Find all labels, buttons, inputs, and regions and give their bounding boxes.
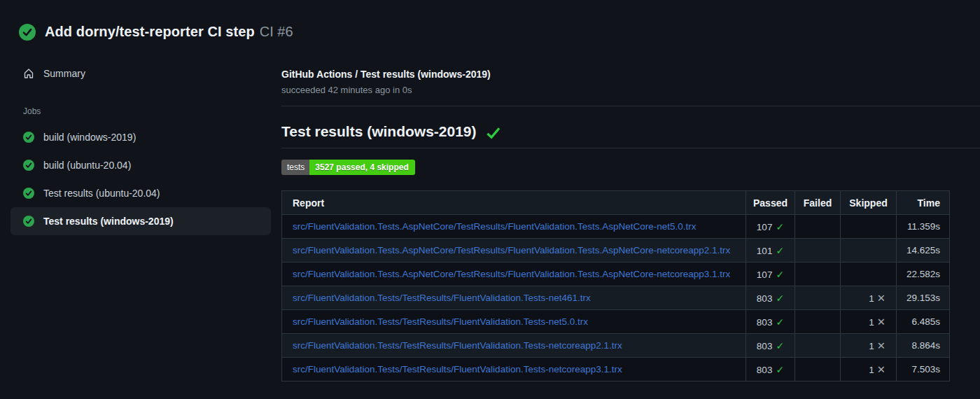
check-circle-icon bbox=[23, 188, 34, 199]
report-link[interactable]: src/FluentValidation.Tests/TestResults/F… bbox=[293, 364, 622, 374]
run-header: Add dorny/test-reporter CI stepCI #6 bbox=[0, 0, 980, 46]
check-run-status: succeeded 42 minutes ago in 0s bbox=[281, 85, 980, 95]
column-header-report: Report bbox=[282, 191, 746, 215]
sidebar-item-label: Test results (ubuntu-20.04) bbox=[43, 188, 160, 199]
main-panel: GitHub Actions / Test results (windows-2… bbox=[281, 46, 980, 382]
skipped-cell: 1✕ bbox=[841, 286, 897, 310]
badge-message: 3527 passed, 4 skipped bbox=[309, 160, 414, 175]
sidebar-jobs-list: build (windows-2019)build (ubuntu-20.04)… bbox=[0, 123, 281, 235]
home-icon bbox=[23, 68, 34, 79]
check-icon: ✓ bbox=[776, 316, 784, 328]
sidebar-item-summary[interactable]: Summary bbox=[10, 59, 271, 88]
check-icon bbox=[485, 126, 501, 139]
failed-cell bbox=[795, 239, 841, 262]
failed-cell bbox=[795, 262, 841, 286]
report-link[interactable]: src/FluentValidation.Tests.AspNetCore/Te… bbox=[293, 245, 730, 255]
check-circle-icon bbox=[23, 132, 34, 143]
check-icon: ✓ bbox=[776, 293, 784, 304]
report-cell: src/FluentValidation.Tests/TestResults/F… bbox=[282, 334, 746, 358]
report-cell: src/FluentValidation.Tests/TestResults/F… bbox=[282, 358, 746, 382]
skipped-cell bbox=[841, 262, 897, 286]
table-row: src/FluentValidation.Tests.AspNetCore/Te… bbox=[282, 262, 950, 286]
skipped-cell bbox=[841, 215, 897, 239]
passed-count: 803 bbox=[757, 317, 773, 328]
check-run-title: GitHub Actions / Test results (windows-2… bbox=[281, 69, 980, 80]
report-link[interactable]: src/FluentValidation.Tests/TestResults/F… bbox=[293, 316, 588, 327]
sidebar-item-job[interactable]: Test results (ubuntu-20.04) bbox=[10, 179, 271, 207]
sidebar-item-job[interactable]: Test results (windows-2019) bbox=[10, 207, 271, 235]
section-header: Test results (windows-2019) bbox=[281, 123, 980, 148]
check-icon: ✓ bbox=[776, 221, 784, 232]
skipped-cell: 1✕ bbox=[841, 310, 897, 334]
time-cell: 14.625s bbox=[897, 239, 950, 262]
check-circle-icon bbox=[23, 160, 34, 171]
failed-cell bbox=[795, 310, 841, 334]
section-title: Test results (windows-2019) bbox=[281, 123, 477, 140]
time-cell: 7.503s bbox=[897, 358, 950, 382]
passed-count: 803 bbox=[757, 293, 773, 304]
check-circle-icon bbox=[19, 24, 36, 41]
passed-count: 803 bbox=[757, 365, 773, 375]
skipped-count: 1 bbox=[869, 365, 874, 375]
passed-cell: 107✓ bbox=[746, 215, 795, 239]
check-run-header: GitHub Actions / Test results (windows-2… bbox=[281, 69, 980, 95]
sidebar-item-label: Summary bbox=[43, 68, 85, 79]
badge-label: tests bbox=[281, 160, 309, 175]
check-icon: ✓ bbox=[776, 245, 784, 256]
passed-cell: 107✓ bbox=[746, 262, 795, 286]
test-results-table: Report Passed Failed Skipped Time src/Fl… bbox=[281, 190, 950, 382]
failed-cell bbox=[795, 334, 841, 358]
column-header-passed: Passed bbox=[746, 191, 795, 215]
failed-cell bbox=[795, 286, 841, 310]
report-link[interactable]: src/FluentValidation.Tests/TestResults/F… bbox=[293, 293, 591, 303]
time-cell: 11.359s bbox=[897, 215, 950, 239]
table-row: src/FluentValidation.Tests/TestResults/F… bbox=[282, 310, 950, 334]
sidebar: Summary Jobs build (windows-2019)build (… bbox=[0, 46, 281, 235]
skipped-cell bbox=[841, 239, 897, 262]
jobs-heading: Jobs bbox=[23, 106, 281, 116]
cross-icon: ✕ bbox=[877, 364, 886, 375]
table-row: src/FluentValidation.Tests/TestResults/F… bbox=[282, 286, 950, 310]
passed-count: 803 bbox=[757, 341, 773, 351]
failed-cell bbox=[795, 358, 841, 382]
time-cell: 22.582s bbox=[897, 262, 950, 286]
check-icon: ✓ bbox=[776, 364, 784, 375]
report-link[interactable]: src/FluentValidation.Tests.AspNetCore/Te… bbox=[293, 269, 730, 279]
cross-icon: ✕ bbox=[877, 340, 886, 351]
failed-cell bbox=[795, 215, 841, 239]
sidebar-item-label: build (windows-2019) bbox=[43, 132, 136, 143]
skipped-count: 1 bbox=[869, 317, 874, 328]
report-cell: src/FluentValidation.Tests/TestResults/F… bbox=[282, 310, 746, 334]
divider bbox=[281, 106, 980, 106]
skipped-count: 1 bbox=[869, 341, 874, 351]
check-circle-icon bbox=[23, 216, 34, 227]
sidebar-item-job[interactable]: build (ubuntu-20.04) bbox=[10, 151, 271, 179]
skipped-count: 1 bbox=[869, 293, 874, 304]
passed-count: 107 bbox=[757, 222, 773, 232]
sidebar-item-job[interactable]: build (windows-2019) bbox=[10, 123, 271, 151]
passed-cell: 101✓ bbox=[746, 239, 795, 262]
table-row: src/FluentValidation.Tests/TestResults/F… bbox=[282, 334, 950, 358]
report-cell: src/FluentValidation.Tests.AspNetCore/Te… bbox=[282, 215, 746, 239]
passed-cell: 803✓ bbox=[746, 334, 795, 358]
table-row: src/FluentValidation.Tests.AspNetCore/Te… bbox=[282, 239, 950, 262]
table-row: src/FluentValidation.Tests/TestResults/F… bbox=[282, 358, 950, 382]
tests-status-badge: tests 3527 passed, 4 skipped bbox=[281, 160, 415, 175]
time-cell: 6.485s bbox=[897, 310, 950, 334]
report-link[interactable]: src/FluentValidation.Tests/TestResults/F… bbox=[293, 340, 622, 351]
run-number: CI #6 bbox=[260, 24, 293, 39]
skipped-cell: 1✕ bbox=[841, 334, 897, 358]
run-title: Add dorny/test-reporter CI step bbox=[45, 24, 255, 39]
cross-icon: ✕ bbox=[877, 293, 886, 304]
passed-cell: 803✓ bbox=[746, 358, 795, 382]
column-header-time: Time bbox=[897, 191, 950, 215]
check-icon: ✓ bbox=[776, 340, 784, 351]
column-header-skipped: Skipped bbox=[841, 191, 897, 215]
column-header-failed: Failed bbox=[795, 191, 841, 215]
table-header-row: Report Passed Failed Skipped Time bbox=[282, 191, 950, 215]
time-cell: 8.864s bbox=[897, 334, 950, 358]
passed-cell: 803✓ bbox=[746, 286, 795, 310]
passed-cell: 803✓ bbox=[746, 310, 795, 334]
report-link[interactable]: src/FluentValidation.Tests.AspNetCore/Te… bbox=[293, 221, 696, 232]
sidebar-item-label: build (ubuntu-20.04) bbox=[43, 160, 131, 171]
